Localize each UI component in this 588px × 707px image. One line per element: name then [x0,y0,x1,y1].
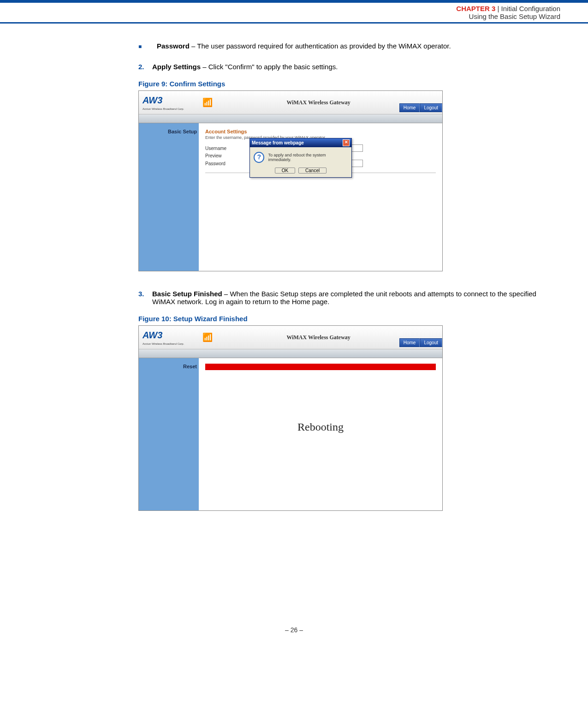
chapter-label: CHAPTER 3 [456,5,495,12]
ss-nav: Home Logout [399,103,442,112]
step-2-desc: – Click "Confirm" to apply the basic set… [201,63,338,71]
step-3-num: 3. [138,290,152,306]
signal-icon: 📶 [202,97,213,108]
ss-body: Basic Setup Account Settings Enter the u… [139,123,442,271]
dialog-body: ? To apply and reboot the system immedia… [250,147,351,168]
figure-9-caption: Figure 9: Confirm Settings [138,80,560,88]
step-3-text: Basic Setup Finished – When the Basic Se… [152,290,560,306]
progress-bar [205,364,436,370]
gateway-title: WiMAX Wireless Gateway [286,99,350,106]
step-3: 3. Basic Setup Finished – When the Basic… [138,290,560,306]
dialog-title-text: Message from webpage [252,140,304,145]
label-password: Password [205,161,238,166]
ss2-nav: Home Logout [399,338,442,347]
step-2-num: 2. [138,63,152,71]
bullet-icon: ■ [138,42,157,50]
ss-topband: AW3 Accton Wireless Broadband Corp. 📶 Wi… [139,91,442,114]
cancel-button[interactable]: Cancel [298,168,327,174]
ok-button[interactable]: OK [275,168,295,174]
header-sep: | [495,5,501,12]
label-username: Username [205,146,238,151]
header-title: Initial Configuration [501,5,560,12]
nav-logout-button[interactable]: Logout [420,103,442,112]
ss-menubar [139,114,442,123]
dialog-message: To apply and reboot the system immediate… [268,153,348,162]
logo-sub: Accton Wireless Broadband Corp. [143,108,184,110]
ss-logo: AW3 Accton Wireless Broadband Corp. [143,95,184,110]
ss2-topband: AW3 Accton Wireless Broadband Corp. 📶 Wi… [139,326,442,349]
sidebar-2: Reset [139,358,199,510]
figure-10-screenshot: AW3 Accton Wireless Broadband Corp. 📶 Wi… [138,325,443,511]
ss-main: Account Settings Enter the username, pas… [199,123,442,271]
header-subtitle: Using the Basic Setup Wizard [0,12,560,20]
nav-home-button[interactable]: Home [399,103,420,112]
logo-icon: AW3 [143,95,166,108]
question-icon: ? [254,152,264,163]
close-icon[interactable]: ✕ [343,139,350,146]
ss2-menubar [139,349,442,358]
sidebar-item-reset[interactable]: Reset [183,364,197,369]
dialog-buttons: OK Cancel [250,168,351,177]
step-2-label: Apply Settings [152,63,201,71]
bullet-desc: – The user password required for authent… [190,42,451,50]
step-2-text: Apply Settings – Click "Confirm" to appl… [152,63,560,71]
page-content: ■ Password – The user password required … [138,42,560,511]
dialog-titlebar: Message from webpage ✕ [250,138,351,147]
step-2: 2. Apply Settings – Click "Confirm" to a… [138,63,560,71]
bullet-label: Password [157,42,190,50]
bullet-password: ■ Password – The user password required … [138,42,560,50]
sidebar: Basic Setup [139,123,199,271]
logo-icon: AW3 [143,330,166,342]
confirm-dialog: Message from webpage ✕ ? To apply and re… [249,138,352,178]
figure-10-caption: Figure 10: Setup Wizard Finished [138,315,560,323]
gateway-title: WiMAX Wireless Gateway [286,334,350,341]
signal-icon: 📶 [202,332,213,342]
nav-logout-button[interactable]: Logout [420,338,442,347]
figure-9-screenshot: AW3 Accton Wireless Broadband Corp. 📶 Wi… [138,90,443,271]
logo-sub: Accton Wireless Broadband Corp. [143,342,184,345]
step-3-label: Basic Setup Finished [152,290,222,298]
rebooting-text: Rebooting [205,421,436,433]
nav-home-button[interactable]: Home [399,338,420,347]
sidebar-item-basic-setup[interactable]: Basic Setup [168,129,197,134]
ss2-body: Reset Rebooting [139,358,442,510]
page-header: CHAPTER 3 | Initial Configuration Using … [0,3,588,24]
bullet-text: Password – The user password required fo… [157,42,560,50]
page-footer: – 26 – [0,626,588,643]
ss2-main: Rebooting [199,358,442,510]
ss2-logo: AW3 Accton Wireless Broadband Corp. [143,330,184,345]
section-title: Account Settings [205,129,436,134]
label-preview: Preview [205,153,238,158]
